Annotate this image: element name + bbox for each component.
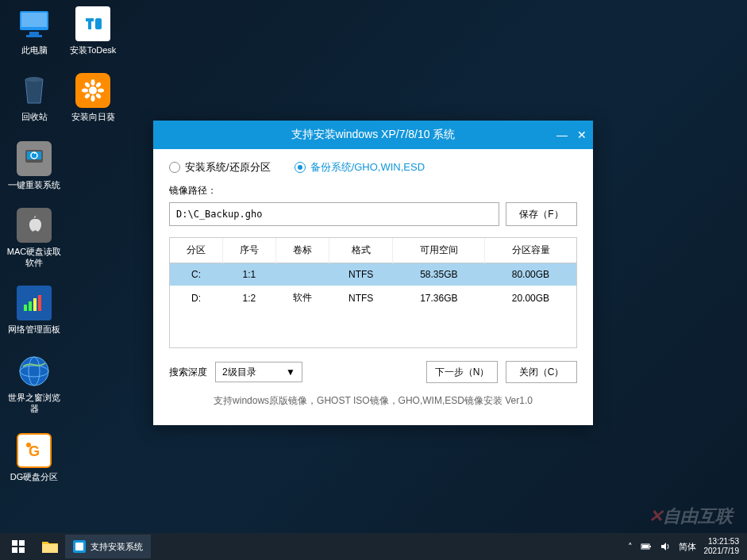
globe-icon	[17, 354, 52, 389]
svg-rect-38	[642, 545, 649, 548]
image-path-input[interactable]	[169, 202, 499, 226]
th-volume: 卷标	[275, 238, 329, 263]
ime-indicator[interactable]: 简体	[679, 541, 696, 553]
icon-label: 网络管理面板	[8, 324, 60, 334]
svg-rect-32	[19, 547, 25, 553]
svg-rect-29	[12, 540, 17, 546]
svg-rect-20	[29, 301, 32, 311]
svg-point-12	[84, 82, 90, 88]
th-number: 序号	[222, 238, 275, 263]
table-row[interactable]: D: 1:2 软件 NTFS 17.36GB 20.00GB	[170, 286, 576, 310]
battery-icon[interactable]	[641, 541, 652, 552]
icon-label: 世界之窗浏览器	[8, 393, 60, 413]
network-panel-icon	[17, 286, 52, 320]
taskbar-explorer[interactable]	[37, 535, 64, 558]
svg-rect-3	[26, 35, 42, 37]
svg-rect-33	[42, 544, 58, 553]
icon-label: 安装向日葵	[71, 112, 115, 121]
desktop-icon-sunflower[interactable]: 安装向日葵	[65, 73, 121, 122]
table-row[interactable]: C: 1:1 NTFS 58.35GB 80.00GB	[170, 263, 576, 286]
volume-icon[interactable]	[660, 541, 671, 552]
svg-point-9	[91, 95, 95, 102]
recycle-bin-icon	[17, 73, 52, 108]
th-partition: 分区	[170, 238, 222, 263]
taskbar-app-label: 支持安装系统	[90, 541, 143, 553]
icon-label: 安装ToDesk	[70, 45, 117, 55]
icon-label: 一键重装系统	[8, 180, 60, 190]
next-button[interactable]: 下一步（N）	[426, 361, 498, 383]
todesk-icon	[75, 6, 110, 41]
select-value: 2级目录	[222, 366, 256, 379]
chevron-down-icon: ▼	[286, 366, 295, 378]
desktop-icon-dg[interactable]: G DG硬盘分区	[6, 433, 62, 482]
svg-rect-37	[649, 546, 651, 547]
minimize-icon[interactable]: —	[556, 128, 568, 141]
th-total: 分区容量	[485, 238, 576, 263]
window-titlebar[interactable]: 支持安装windows XP/7/8/10 系统 — ✕	[153, 121, 593, 149]
svg-point-7	[89, 86, 97, 94]
desktop-icon-browser[interactable]: 世界之窗浏览器	[6, 354, 62, 415]
window-footer-text: 支持windows原版镜像，GHOST ISO镜像，GHO,WIM,ESD镜像安…	[169, 394, 577, 408]
svg-point-28	[26, 443, 31, 447]
radio-install-restore[interactable]: 安装系统/还原分区	[169, 160, 271, 175]
radio-icon	[295, 162, 306, 173]
icon-label: 回收站	[21, 112, 48, 121]
icon-label: MAC硬盘读取软件	[7, 247, 61, 267]
svg-point-15	[95, 93, 102, 99]
close-icon[interactable]: ✕	[577, 128, 587, 141]
start-button[interactable]	[0, 533, 37, 560]
th-free: 可用空间	[393, 238, 485, 263]
radio-label: 备份系统/GHO,WIN,ESD	[310, 160, 425, 175]
desktop-icon-mac-disk[interactable]: MAC硬盘读取软件	[6, 208, 62, 269]
dg-partition-icon: G	[17, 433, 52, 468]
svg-point-11	[98, 89, 104, 93]
svg-rect-1	[21, 13, 47, 27]
svg-rect-35	[75, 543, 83, 550]
window-title: 支持安装windows XP/7/8/10 系统	[291, 128, 456, 142]
close-button[interactable]: 关闭（C）	[506, 361, 577, 383]
svg-rect-5	[95, 18, 102, 29]
desktop-icon-this-pc[interactable]: 此电脑	[6, 6, 62, 56]
partition-table[interactable]: 分区 序号 卷标 格式 可用空间 分区容量 C: 1:1 NTFS 58.35	[169, 237, 577, 348]
install-window: 支持安装windows XP/7/8/10 系统 — ✕ 安装系统/还原分区 备…	[153, 121, 593, 425]
taskbar-clock[interactable]: 13:21:53 2021/7/19	[704, 537, 740, 556]
watermark: ✕自由互联	[649, 504, 733, 528]
monitor-icon	[17, 6, 52, 41]
svg-rect-2	[29, 32, 39, 35]
th-format: 格式	[329, 238, 393, 263]
reinstall-icon	[17, 141, 52, 176]
svg-point-8	[91, 79, 95, 86]
time-text: 13:21:53	[704, 537, 740, 547]
radio-backup[interactable]: 备份系统/GHO,WIN,ESD	[295, 160, 425, 175]
desktop-icon-network[interactable]: 网络管理面板	[6, 286, 62, 335]
svg-rect-22	[38, 295, 41, 311]
tray-up-icon[interactable]: ˄	[628, 542, 633, 552]
svg-point-13	[95, 82, 102, 88]
apple-icon	[17, 208, 52, 243]
windows-icon	[12, 540, 25, 553]
search-depth-label: 搜索深度	[169, 366, 207, 379]
date-text: 2021/7/19	[704, 547, 740, 556]
icon-label: 此电脑	[21, 45, 48, 55]
svg-point-6	[25, 77, 43, 82]
taskbar-app[interactable]: 支持安装系统	[65, 535, 151, 558]
search-depth-select[interactable]: 2级目录 ▼	[215, 362, 302, 382]
sunflower-icon	[75, 73, 110, 108]
svg-point-10	[82, 89, 88, 93]
svg-point-14	[84, 93, 90, 99]
svg-rect-30	[19, 540, 25, 546]
taskbar: 支持安装系统 ˄ 简体 13:21:53 2021/7/19	[0, 533, 747, 560]
desktop-icon-recycle[interactable]: 回收站	[6, 73, 62, 122]
app-icon	[73, 540, 86, 553]
desktop-icon-reinstall[interactable]: 一键重装系统	[6, 141, 62, 190]
radio-icon	[169, 162, 180, 173]
svg-rect-19	[24, 305, 27, 311]
radio-label: 安装系统/还原分区	[185, 160, 271, 175]
table-header-row: 分区 序号 卷标 格式 可用空间 分区容量	[170, 238, 576, 263]
image-path-label: 镜像路径：	[169, 184, 577, 198]
icon-label: DG硬盘分区	[10, 472, 59, 481]
svg-rect-21	[33, 298, 37, 311]
svg-rect-31	[12, 547, 17, 553]
save-button[interactable]: 保存（F）	[506, 202, 577, 226]
desktop-icon-todesk[interactable]: 安装ToDesk	[65, 6, 121, 56]
